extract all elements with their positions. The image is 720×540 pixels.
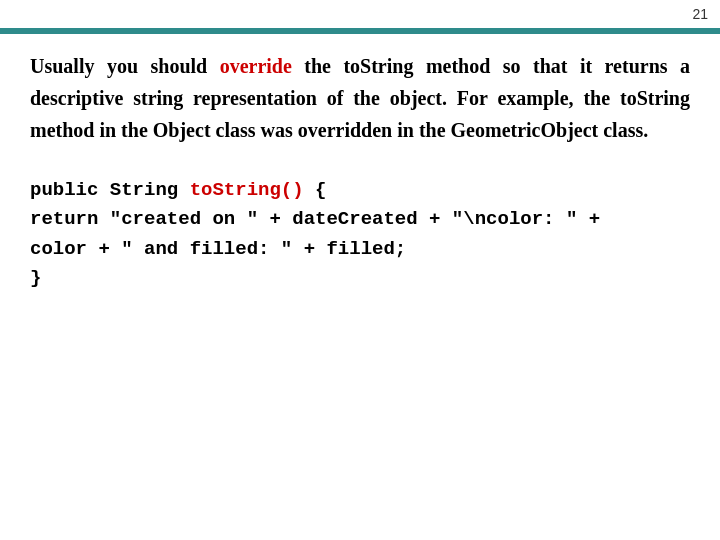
code-line-2: return "created on " + dateCreated + "\n… — [30, 205, 690, 234]
code-line-4: } — [30, 264, 690, 293]
paragraph-text-before: Usually you should — [30, 55, 220, 77]
code-block: public String toString() { return "creat… — [30, 176, 690, 294]
code-line1-after: { — [304, 179, 327, 201]
slide-container: 21 Usually you should override the toStr… — [0, 0, 720, 540]
slide-number: 21 — [692, 6, 708, 22]
paragraph-block: Usually you should override the toString… — [30, 50, 690, 146]
top-accent-bar — [0, 28, 720, 34]
top-bar: 21 — [0, 0, 720, 28]
code-line-3: color + " and filled: " + filled; — [30, 235, 690, 264]
main-content: Usually you should override the toString… — [30, 50, 690, 520]
code-line1-before: public String — [30, 179, 190, 201]
code-line1-highlight: toString() — [190, 179, 304, 201]
override-word: override — [220, 55, 292, 77]
code-line-1: public String toString() { — [30, 176, 690, 205]
